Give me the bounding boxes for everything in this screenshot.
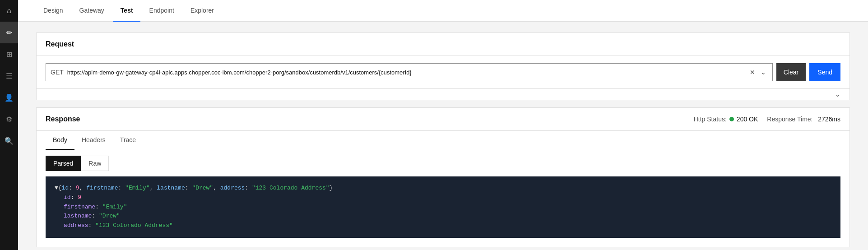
sidebar-item-edit[interactable]: ✏ [0,22,18,43]
users-icon: 👤 [5,93,14,102]
request-section-title: Request [37,33,849,56]
tab-headers[interactable]: Headers [74,131,113,150]
response-tabs: Body Headers Trace [37,131,849,150]
expand-chevron-icon[interactable]: ⌄ [835,91,840,98]
response-card: Response Http Status: 200 OK Response Ti… [36,107,850,247]
search-icon: 🔍 [5,137,14,145]
http-status: Http Status: 200 OK [694,116,758,123]
sidebar-item-settings[interactable]: ⚙ [0,108,18,130]
url-input-wrapper[interactable]: GET https://apim-demo-gw-gateway-cp4i-ap… [46,63,773,81]
response-code-block: ▼{id: 9, firstname: "Emily", lastname: "… [46,176,840,238]
settings-icon: ⚙ [6,115,12,124]
status-code: 200 OK [737,116,758,123]
sidebar-item-users[interactable]: 👤 [0,87,18,108]
response-meta: Http Status: 200 OK Response Time: 2726m… [694,116,840,123]
main-area: Design Gateway Test Endpoint Explorer Re… [18,0,868,250]
response-time-value: 2726ms [818,116,840,123]
sidebar-item-list[interactable]: ☰ [0,65,18,87]
http-method: GET [51,69,64,76]
content-area: Request GET https://apim-demo-gw-gateway… [18,22,868,250]
expand-row: ⌄ [37,89,849,100]
sidebar-item-grid[interactable]: ⊞ [0,43,18,65]
top-nav: Design Gateway Test Endpoint Explorer [18,0,868,22]
code-lastname-line: lastname: "Drew" [55,212,831,221]
home-icon: ⌂ [7,7,11,15]
url-expand-icon[interactable]: ⌄ [759,68,768,77]
tab-gateway[interactable]: Gateway [72,0,111,22]
tab-endpoint[interactable]: Endpoint [142,0,181,22]
tab-explorer[interactable]: Explorer [183,0,221,22]
status-dot-icon [729,117,734,121]
response-time-label: Response Time: [767,116,812,123]
code-id-line: id: 9 [55,193,831,203]
code-address-line: address: "123 Colorado Address" [55,221,831,231]
sidebar-item-search[interactable]: 🔍 [0,130,18,152]
tab-test[interactable]: Test [113,0,140,22]
url-actions: ✕ ⌄ [748,68,768,77]
format-tab-parsed[interactable]: Parsed [46,156,81,171]
http-status-label: Http Status: [694,116,727,123]
grid-icon: ⊞ [6,50,12,59]
tab-body[interactable]: Body [46,131,74,150]
response-section-title: Response [46,115,80,123]
clear-button[interactable]: Clear [776,63,806,81]
format-tabs: Parsed Raw [37,150,849,171]
sidebar: ⌂ ✏ ⊞ ☰ 👤 ⚙ 🔍 [0,0,18,250]
tab-design[interactable]: Design [36,0,70,22]
request-card: Request GET https://apim-demo-gw-gateway… [36,32,850,100]
list-icon: ☰ [6,72,12,80]
format-tab-raw[interactable]: Raw [81,156,109,171]
sidebar-item-home[interactable]: ⌂ [0,0,18,22]
request-row: GET https://apim-demo-gw-gateway-cp4i-ap… [37,56,849,89]
code-firstname-line: firstname: "Emily" [55,203,831,212]
response-header-row: Response Http Status: 200 OK Response Ti… [37,108,849,131]
code-summary-line: ▼{id: 9, firstname: "Emily", lastname: "… [55,184,831,193]
tab-trace[interactable]: Trace [113,131,143,150]
url-clear-icon[interactable]: ✕ [748,68,757,77]
url-text: https://apim-demo-gw-gateway-cp4i-apic.a… [67,69,748,76]
edit-icon: ✏ [6,28,12,37]
send-button[interactable]: Send [809,63,840,81]
response-time: Response Time: 2726ms [767,116,840,123]
